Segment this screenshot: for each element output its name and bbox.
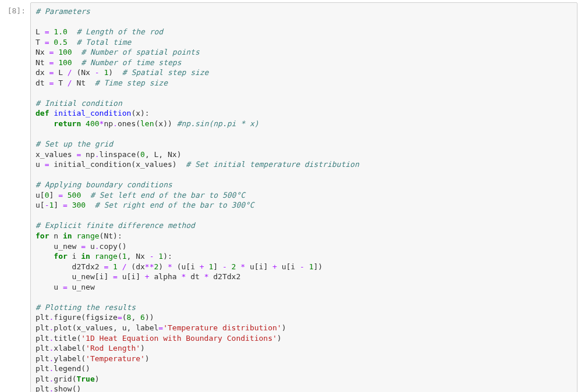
comment: # Explicit finite difference method bbox=[36, 221, 195, 230]
op: - bbox=[300, 262, 304, 271]
kw-for: for bbox=[36, 231, 49, 240]
num: 300 bbox=[72, 201, 86, 209]
txt: d2Tdx2 bbox=[36, 262, 104, 271]
plt: plt bbox=[36, 344, 49, 352]
op: * bbox=[240, 262, 245, 271]
comment: # Time step size bbox=[95, 79, 168, 87]
txt: alpha bbox=[150, 272, 182, 281]
p: ( bbox=[118, 252, 122, 261]
txt: Nt bbox=[72, 79, 95, 87]
str: 'Rod Length' bbox=[86, 344, 140, 352]
sp bbox=[86, 201, 95, 209]
op: + bbox=[272, 262, 277, 271]
txt: u[i bbox=[277, 262, 300, 271]
var: u bbox=[36, 160, 45, 169]
txt: (u[i bbox=[172, 262, 200, 271]
kw-return: return bbox=[54, 119, 81, 128]
str: 'Temperature' bbox=[86, 354, 145, 363]
plt: plt bbox=[36, 323, 49, 332]
comment: #np.sin(np.pi * x) bbox=[177, 119, 259, 128]
op: = bbox=[49, 48, 54, 56]
comment: # Initial condition bbox=[36, 99, 122, 108]
txt: initial_condition(x_values) bbox=[49, 160, 186, 169]
code-input-area[interactable]: # Parameters L = 1.0 # Length of the rod… bbox=[30, 2, 578, 392]
fn: grid bbox=[54, 375, 72, 383]
op: = bbox=[45, 38, 49, 47]
var: Nt bbox=[36, 58, 45, 67]
txt: u[ bbox=[36, 201, 45, 209]
txt: (x_values, u, label bbox=[72, 323, 159, 332]
fn: legend bbox=[54, 364, 81, 373]
comment: # Set up the grid bbox=[36, 140, 113, 148]
var: x_values bbox=[36, 150, 76, 159]
txt: , L, Nx) bbox=[145, 150, 182, 159]
num: 1 bbox=[309, 262, 314, 271]
p: ( bbox=[81, 344, 86, 352]
num: 100 bbox=[58, 58, 72, 67]
p: ( bbox=[81, 354, 86, 363]
txt: ] bbox=[54, 201, 63, 209]
fn: ones bbox=[118, 119, 136, 128]
op: ** bbox=[145, 262, 154, 271]
fn-name: initial_condition bbox=[49, 109, 131, 117]
plt: plt bbox=[36, 334, 49, 343]
p: ( bbox=[136, 150, 140, 159]
comment: # Parameters bbox=[36, 7, 90, 16]
txt: dx bbox=[36, 68, 49, 77]
txt: d2Tdx2 bbox=[208, 272, 240, 281]
sp bbox=[63, 191, 68, 199]
sp bbox=[81, 191, 90, 199]
fn: xlabel bbox=[54, 344, 81, 352]
txt: ]) bbox=[314, 262, 323, 271]
txt: u[ bbox=[36, 191, 45, 199]
txt: u[i] bbox=[245, 262, 272, 271]
num: 1 bbox=[122, 252, 127, 261]
str: 'Temperature distribution' bbox=[163, 323, 282, 332]
kw-for: for bbox=[54, 252, 67, 261]
plt: plt bbox=[36, 375, 49, 383]
txt: u_new bbox=[68, 283, 95, 291]
num: 1 bbox=[113, 262, 118, 271]
num: 500 bbox=[68, 191, 81, 199]
kw-true: True bbox=[76, 375, 94, 383]
fn: linspace bbox=[100, 150, 136, 159]
p: ( bbox=[136, 119, 140, 128]
code-content[interactable]: # Parameters L = 1.0 # Length of the rod… bbox=[36, 6, 572, 392]
comment: # Plotting the results bbox=[36, 303, 136, 312]
op: * bbox=[168, 262, 172, 271]
comment: # Applying boundary conditions bbox=[36, 180, 172, 189]
txt: T bbox=[54, 79, 67, 87]
indent bbox=[36, 252, 54, 261]
var: i bbox=[68, 252, 81, 261]
cell-prompt: [8]: bbox=[0, 2, 30, 16]
txt: (Nt): bbox=[100, 231, 122, 240]
op: = bbox=[81, 242, 86, 251]
num: 1 bbox=[158, 252, 163, 261]
txt: ] bbox=[213, 262, 222, 271]
var: n bbox=[49, 231, 62, 240]
sp bbox=[304, 262, 309, 271]
num: 100 bbox=[58, 48, 72, 56]
num: 6 bbox=[140, 313, 145, 322]
op: . bbox=[113, 119, 118, 128]
comment: # Number of time steps bbox=[81, 58, 181, 67]
num: 0 bbox=[140, 150, 145, 159]
txt: , bbox=[131, 313, 140, 322]
txt: dt bbox=[36, 79, 49, 87]
plt: plt bbox=[36, 364, 49, 373]
op: . bbox=[95, 242, 100, 251]
sp bbox=[68, 201, 72, 209]
sp bbox=[81, 119, 86, 128]
sp bbox=[108, 262, 113, 271]
op: = bbox=[58, 191, 63, 199]
plt: plt bbox=[36, 384, 49, 392]
builtin: range bbox=[76, 231, 99, 240]
op: / bbox=[122, 262, 127, 271]
txt: ) bbox=[145, 354, 150, 363]
txt: u bbox=[86, 242, 95, 251]
txt: ) bbox=[108, 68, 122, 77]
op: = bbox=[63, 283, 68, 291]
txt: (figsize bbox=[81, 313, 118, 322]
op: - bbox=[222, 262, 227, 271]
txt: u_new bbox=[36, 242, 81, 251]
